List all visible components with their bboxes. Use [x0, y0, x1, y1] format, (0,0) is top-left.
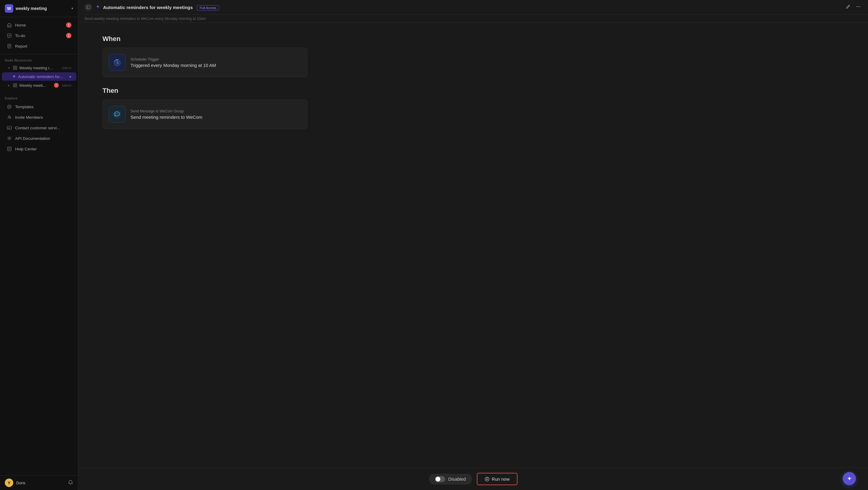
avatar: Y	[5, 479, 13, 487]
error-badge: !	[54, 83, 59, 88]
svg-point-17	[857, 6, 858, 7]
trigger-description: Triggered every Monday morning at 10 AM	[130, 63, 216, 68]
weekly-meeting-r-label: Weekly meeting r...	[19, 66, 59, 70]
invite-icon	[7, 115, 12, 120]
report-icon	[7, 43, 12, 49]
node-resources-section: Node Resources ▾ Weekly meeting r... 1pi…	[0, 54, 78, 90]
trigger-type-label: Scheduler Trigger	[130, 57, 216, 61]
templates-icon	[7, 104, 12, 110]
report-label: Report	[15, 44, 71, 49]
sidebar-item-api[interactable]: API Documentation	[2, 133, 76, 144]
topbar-subtitle-row: Send weekly meeting reminders to WeCom e…	[79, 15, 868, 23]
sidebar-item-templates[interactable]: Templates	[2, 101, 76, 112]
then-title: Then	[102, 87, 844, 95]
svg-point-12	[8, 116, 10, 117]
topbar: Automatic reminders for weekly meetings …	[79, 0, 868, 15]
edit-button[interactable]	[844, 3, 852, 11]
weekly-meeti-label: Weekly meeti...	[19, 83, 52, 88]
svg-point-26	[118, 114, 119, 115]
workspace-name: weekly meeting	[16, 6, 69, 11]
sidebar-item-weekly-meeti[interactable]: ▸ Weekly meeti... ! 1piece	[2, 81, 76, 90]
fab-button[interactable]: ✦	[843, 472, 856, 485]
sidebar: W weekly meeting ▾ Home 1 To-do	[0, 0, 79, 490]
tree-chevron-down-icon: ▾	[7, 66, 11, 70]
more-options-button[interactable]	[855, 3, 862, 11]
customer-icon	[7, 125, 12, 130]
home-label: Home	[15, 23, 63, 27]
todo-badge: 1	[66, 33, 71, 38]
invite-label: Invite Members	[15, 115, 71, 120]
svg-point-24	[116, 114, 116, 115]
sidebar-item-automatic-reminders[interactable]: Automatic reminders for... ●	[2, 72, 76, 81]
enabled-toggle[interactable]: Disabled	[429, 474, 472, 485]
disabled-label: Disabled	[448, 477, 466, 482]
svg-point-28	[487, 479, 488, 480]
action-type-label: Send Message to WeCom Group	[130, 109, 202, 113]
topbar-subtitle: Send weekly meeting reminders to WeCom e…	[84, 17, 206, 21]
svg-point-14	[9, 138, 10, 139]
wecom-icon-wrap	[109, 106, 126, 123]
sidebar-item-todo[interactable]: To-do 1	[2, 30, 76, 41]
when-title: When	[102, 35, 844, 43]
sidebar-item-help[interactable]: Help Center	[2, 144, 76, 154]
help-label: Help Center	[15, 147, 71, 151]
sidebar-item-home[interactable]: Home 1	[2, 20, 76, 30]
svg-rect-16	[87, 6, 90, 9]
node-resources-label: Node Resources	[0, 54, 78, 63]
access-badge: Full Access	[197, 5, 219, 10]
content-area: When S	[79, 23, 868, 468]
collapse-sidebar-button[interactable]	[84, 3, 92, 11]
run-now-button[interactable]: Run now	[477, 473, 518, 485]
svg-rect-5	[16, 68, 17, 70]
trigger-card[interactable]: Scheduler Trigger Triggered every Monday…	[102, 48, 307, 77]
action-description: Send meeting reminders to WeCom	[130, 115, 202, 120]
api-label: API Documentation	[15, 136, 71, 141]
svg-point-11	[9, 106, 10, 107]
when-section: When S	[102, 35, 844, 77]
run-now-label: Run now	[492, 477, 510, 482]
sidebar-item-customer[interactable]: Contact customer servi...	[2, 123, 76, 133]
grid-icon	[13, 65, 18, 70]
main-panel: Automatic reminders for weekly meetings …	[79, 0, 868, 490]
svg-point-25	[117, 114, 118, 115]
sidebar-footer: Y Doris	[0, 475, 78, 490]
page-title: Automatic reminders for weekly meetings	[103, 5, 193, 10]
toggle-knob	[435, 476, 445, 482]
svg-rect-2	[13, 66, 15, 67]
home-badge: 1	[66, 22, 71, 28]
fab-icon: ✦	[847, 475, 852, 482]
sidebar-item-invite[interactable]: Invite Members	[2, 112, 76, 122]
automation-lightning-icon	[95, 4, 100, 10]
svg-rect-0	[7, 34, 11, 37]
explore-label: Explore	[0, 92, 78, 101]
svg-rect-3	[16, 66, 17, 67]
todo-label: To-do	[15, 33, 63, 38]
home-icon	[7, 22, 12, 28]
action-card[interactable]: Send Message to WeCom Group Send meeting…	[102, 99, 307, 129]
then-section: Then S	[102, 87, 844, 129]
workspace-chevron-icon: ▾	[71, 6, 73, 10]
help-icon	[7, 146, 12, 152]
notification-bell-icon[interactable]	[68, 480, 73, 486]
api-icon	[7, 135, 12, 141]
explore-section: Explore Templates Invite Members	[0, 90, 78, 475]
workspace-header[interactable]: W weekly meeting ▾	[0, 0, 78, 17]
topbar-title-group: Automatic reminders for weekly meetings …	[103, 5, 219, 10]
scheduler-trigger-icon-wrap	[109, 54, 126, 71]
user-name: Doris	[16, 481, 65, 485]
grid2-icon	[13, 83, 18, 88]
sidebar-nav: Home 1 To-do 1 Report	[0, 17, 78, 54]
action-info: Send Message to WeCom Group Send meeting…	[130, 109, 202, 120]
svg-rect-9	[16, 86, 17, 87]
svg-point-18	[858, 6, 859, 7]
svg-point-10	[7, 105, 11, 109]
svg-rect-7	[16, 84, 17, 85]
svg-rect-6	[13, 84, 15, 85]
svg-point-19	[860, 6, 861, 7]
lightning-icon	[11, 74, 16, 79]
templates-label: Templates	[15, 104, 71, 109]
bottom-bar: Disabled Run now ✦	[79, 468, 868, 490]
sidebar-item-weekly-meeting-r[interactable]: ▾ Weekly meeting r... 1piece	[2, 64, 76, 72]
workspace-icon: W	[5, 4, 13, 13]
sidebar-item-report[interactable]: Report	[2, 41, 76, 51]
